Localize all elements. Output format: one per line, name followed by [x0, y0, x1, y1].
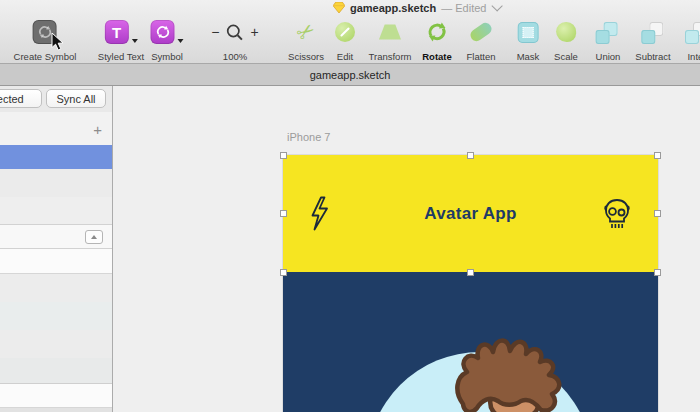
selection-handle-e[interactable] — [654, 210, 661, 217]
mask-button[interactable]: Mask — [517, 18, 540, 62]
zoom-out-button[interactable]: − — [211, 24, 219, 40]
symbols-sidebar: elected Sync All + — [0, 86, 113, 412]
selection-handle-nw[interactable] — [280, 152, 287, 159]
list-item[interactable] — [0, 302, 112, 330]
styled-text-dropdown-icon[interactable] — [131, 39, 137, 43]
rotate-button[interactable]: Rotate — [422, 18, 452, 62]
intersect-button[interactable]: Inter — [685, 18, 700, 62]
styled-text-button[interactable]: T Styled Text — [98, 18, 144, 62]
panel-toggle-row — [0, 224, 112, 249]
document-tab-title: gameapp.sketch — [310, 69, 391, 81]
transform-label: Transform — [369, 52, 412, 62]
selection-handle-w[interactable] — [280, 210, 287, 217]
list-item[interactable] — [0, 384, 112, 408]
artboard-label[interactable]: iPhone 7 — [287, 131, 330, 143]
avatar-illustration — [283, 272, 658, 412]
scale-label: Scale — [554, 52, 578, 62]
selection-handle-se[interactable] — [654, 269, 661, 276]
artboard-iphone7[interactable]: Avatar App — [283, 155, 658, 412]
edit-button[interactable]: Edit — [335, 18, 355, 62]
create-symbol-button[interactable]: Create Symbol — [14, 18, 77, 62]
list-item — [0, 408, 112, 412]
app-title: Avatar App — [283, 204, 658, 224]
list-item[interactable] — [0, 274, 112, 302]
title-dropdown-caret-icon[interactable] — [492, 0, 503, 11]
toolbar: Create Symbol T Styled Text — [0, 14, 700, 63]
create-symbol-label: Create Symbol — [14, 52, 77, 62]
header-layer[interactable]: Avatar App — [283, 155, 658, 272]
magnifier-icon[interactable] — [226, 23, 245, 42]
flatten-icon — [468, 20, 494, 43]
scissors-label: Scissors — [288, 52, 324, 62]
flatten-button[interactable]: Flatten — [466, 18, 495, 62]
zoom-control: − + 100% — [211, 18, 258, 62]
union-label: Union — [596, 52, 621, 62]
list-item[interactable] — [0, 358, 112, 384]
scissors-button[interactable]: ✂ Scissors — [288, 18, 324, 62]
intersect-icon — [685, 20, 700, 44]
window-title: gameapp.sketch — [350, 2, 436, 14]
sync-selected-button[interactable]: elected — [0, 89, 42, 108]
edit-icon — [335, 22, 355, 42]
collapse-panel-icon[interactable] — [85, 230, 103, 244]
list-item-selected[interactable] — [0, 145, 112, 169]
mask-label: Mask — [517, 52, 540, 62]
mask-icon — [517, 22, 538, 43]
symbol-button[interactable]: Symbol — [151, 18, 184, 62]
union-button[interactable]: Union — [596, 18, 621, 62]
intersect-label: Inter — [687, 52, 700, 62]
mouse-cursor — [51, 33, 66, 51]
sketch-document-icon — [333, 2, 345, 13]
sync-all-button[interactable]: Sync All — [46, 89, 106, 108]
scale-icon — [556, 22, 576, 42]
symbol-label: Symbol — [151, 52, 183, 62]
window-chrome: gameapp.sketch — Edited — [0, 0, 700, 64]
scissors-icon: ✂ — [292, 18, 319, 46]
selection-handle-n[interactable] — [467, 152, 474, 159]
symbol-icon — [151, 20, 175, 44]
document-tabbar[interactable]: gameapp.sketch — [0, 64, 700, 86]
subtract-icon — [641, 20, 665, 44]
styled-text-label: Styled Text — [98, 52, 144, 62]
list-item[interactable] — [0, 169, 112, 197]
edit-label: Edit — [337, 52, 353, 62]
zoom-in-button[interactable]: + — [251, 24, 259, 40]
body-layer[interactable] — [283, 272, 658, 412]
window-edited-label: — Edited — [441, 2, 486, 14]
sketch-window: gameapp.sketch — Edited — [0, 0, 700, 412]
list-item[interactable] — [0, 330, 112, 358]
symbol-dropdown-icon[interactable] — [178, 39, 184, 43]
union-icon — [596, 20, 620, 44]
selection-handle-ne[interactable] — [654, 152, 661, 159]
title-group: gameapp.sketch — Edited — [333, 1, 499, 14]
styled-text-icon: T — [104, 20, 128, 44]
canvas[interactable]: iPhone 7 Avatar App — [113, 86, 700, 412]
subtract-label: Subtract — [635, 52, 670, 62]
rotate-icon — [426, 21, 448, 43]
rotate-label: Rotate — [422, 52, 452, 62]
list-item[interactable] — [0, 249, 112, 274]
window-titlebar[interactable]: gameapp.sketch — Edited — [0, 0, 700, 14]
transform-button[interactable]: Transform — [369, 18, 412, 62]
transform-icon — [378, 23, 402, 41]
subtract-button[interactable]: Subtract — [635, 18, 670, 62]
zoom-level-label: 100% — [223, 52, 247, 62]
sidebar-button-row: elected Sync All — [0, 86, 112, 113]
add-item-button[interactable]: + — [93, 121, 102, 136]
selection-handle-sw[interactable] — [280, 269, 287, 276]
list-header-row: + — [0, 112, 112, 146]
list-item[interactable] — [0, 197, 112, 224]
selection-handle-s[interactable] — [467, 269, 474, 276]
scale-button[interactable]: Scale — [554, 18, 578, 62]
flatten-label: Flatten — [466, 52, 495, 62]
